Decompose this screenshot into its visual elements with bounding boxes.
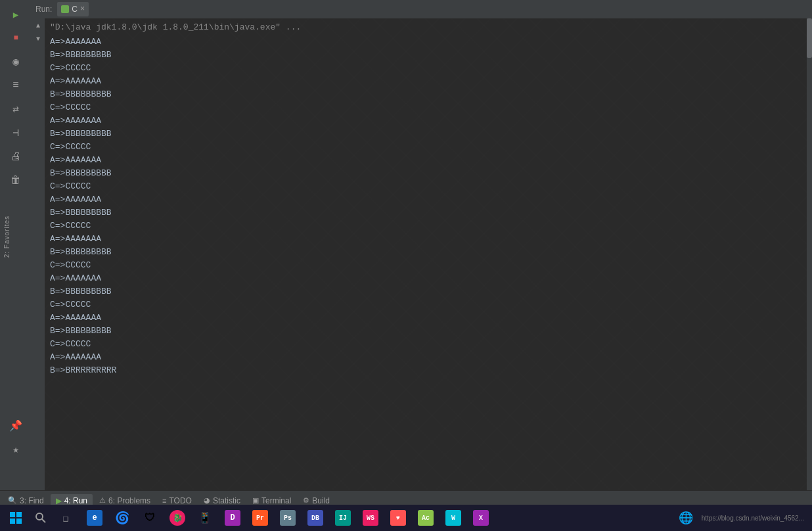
svg-point-0 bbox=[36, 513, 43, 520]
stop-button[interactable]: ■ bbox=[5, 28, 26, 49]
app11-icon: WS bbox=[363, 510, 378, 526]
output-line-1: A=>AAAAAAA bbox=[45, 35, 807, 49]
output-line-5: B=>BBBBBBBBB bbox=[45, 88, 807, 101]
terminal-icon: ▣ bbox=[252, 496, 259, 505]
taskbar-app-2[interactable]: 🌀 bbox=[109, 505, 135, 531]
problems-label: 6: Problems bbox=[108, 496, 150, 505]
play-button[interactable]: ▶ bbox=[5, 4, 26, 25]
taskbar-app-13[interactable]: Ac bbox=[413, 505, 439, 531]
scroll-up-btn[interactable]: ▲ bbox=[32, 20, 44, 32]
taskbar-app-6[interactable]: D bbox=[219, 505, 246, 531]
console-scrollbar[interactable] bbox=[807, 18, 812, 490]
task-view-button[interactable]: ❑ bbox=[53, 505, 79, 531]
output-line-19: A=>AAAAAAA bbox=[45, 272, 807, 285]
list-button[interactable]: ≡ bbox=[5, 75, 26, 96]
windows-logo bbox=[10, 512, 22, 524]
taskbar-apps: e 🌀 🛡 🐉 📱 D bbox=[79, 505, 667, 531]
taskbar-app-5[interactable]: 📱 bbox=[192, 505, 218, 531]
console-gutter: ▲ ▼ bbox=[32, 18, 45, 490]
output-line-9: C=>CCCCC bbox=[45, 141, 807, 154]
chrome-button[interactable]: 🌐 bbox=[673, 505, 699, 531]
output-line-15: C=>CCCCC bbox=[45, 219, 807, 233]
taskbar-app-12[interactable]: ♥ bbox=[385, 505, 411, 531]
app12-icon: ♥ bbox=[390, 510, 406, 526]
output-line-14: B=>BBBBBBBBB bbox=[45, 206, 807, 219]
find-icon: 🔍 bbox=[8, 496, 17, 505]
app5-icon: 📱 bbox=[197, 510, 213, 526]
app2-icon: 🌀 bbox=[114, 510, 130, 526]
todo-icon: ≡ bbox=[162, 497, 166, 505]
chrome-icon: 🌐 bbox=[678, 510, 694, 526]
console-area: ▲ ▼ "D:\java jdk1.8.0\jdk 1.8.0_211\bin\… bbox=[32, 18, 812, 490]
app14-icon: W bbox=[445, 510, 461, 526]
taskbar: ❑ e 🌀 🛡 🐉 📱 bbox=[0, 505, 812, 531]
pin-button[interactable]: 📌 bbox=[5, 415, 26, 436]
taskbar-app-10[interactable]: IJ bbox=[330, 505, 356, 531]
taskbar-app-8[interactable]: Ps bbox=[275, 505, 301, 531]
output-line-16: A=>AAAAAAA bbox=[45, 233, 807, 246]
taskbar-right: 🌐 https://blog.csdn.net/weixin_4562... bbox=[667, 505, 809, 531]
scroll-down-btn[interactable]: ▼ bbox=[32, 33, 44, 45]
output-line-25: A=>AAAAAAA bbox=[45, 351, 807, 364]
app9-icon: DB bbox=[307, 510, 323, 526]
build-label: Build bbox=[312, 496, 330, 505]
taskbar-app-7[interactable]: Pr bbox=[247, 505, 273, 531]
ie-icon: e bbox=[87, 510, 102, 526]
start-button[interactable] bbox=[3, 505, 29, 531]
output-line-10: A=>AAAAAAA bbox=[45, 154, 807, 167]
output-line-17: B=>BBBBBBBBB bbox=[45, 246, 807, 259]
delete-button[interactable]: 🗑 bbox=[5, 170, 26, 191]
camera-button[interactable]: ◉ bbox=[5, 51, 26, 72]
run-toolbar: Run: C × bbox=[32, 0, 812, 18]
app7-icon: Pr bbox=[252, 510, 268, 526]
console-scrollbar-thumb[interactable] bbox=[807, 18, 812, 58]
output-line-8: B=>BBBBBBBBB bbox=[45, 127, 807, 141]
output-line-11: B=>BBBBBBBBB bbox=[45, 167, 807, 180]
build-icon: ⚙ bbox=[303, 496, 309, 505]
output-line-26: B=>BRRRRRRRRR bbox=[45, 364, 807, 377]
tab-icon bbox=[61, 5, 69, 13]
statistic-icon: ◕ bbox=[204, 496, 210, 505]
favorites-label: 2: Favorites bbox=[3, 216, 11, 258]
run-tab-label: 4: Run bbox=[64, 496, 87, 505]
taskbar-app-9[interactable]: DB bbox=[302, 505, 328, 531]
app15-icon: X bbox=[473, 510, 489, 526]
output-line-23: B=>BBBBBBBBB bbox=[45, 325, 807, 338]
problems-icon: ⚠ bbox=[99, 496, 106, 505]
app13-icon: Ac bbox=[418, 510, 434, 526]
print-button[interactable]: 🖨 bbox=[5, 146, 26, 167]
output-line-21: C=>CCCCC bbox=[45, 298, 807, 312]
output-line-18: C=>CCCCC bbox=[45, 259, 807, 272]
output-line-12: C=>CCCCC bbox=[45, 180, 807, 193]
output-line-24: C=>CCCCC bbox=[45, 338, 807, 351]
output-line-7: A=>AAAAAAA bbox=[45, 114, 807, 127]
taskbar-app-14[interactable]: W bbox=[440, 505, 466, 531]
taskbar-app-3[interactable]: 🛡 bbox=[137, 505, 163, 531]
terminal-label: Terminal bbox=[261, 496, 291, 505]
taskbar-app-ie[interactable]: e bbox=[81, 505, 108, 531]
star-button[interactable]: ★ bbox=[5, 439, 26, 460]
todo-label: TODO bbox=[169, 496, 192, 505]
app4-icon: 🐉 bbox=[169, 510, 185, 526]
taskbar-search-button[interactable] bbox=[29, 506, 53, 530]
output-line-22: A=>AAAAAAA bbox=[45, 312, 807, 325]
switch-button[interactable]: ⇄ bbox=[5, 99, 26, 120]
app8-icon: Ps bbox=[280, 510, 296, 526]
app6-icon: D bbox=[225, 510, 240, 526]
task-view-icon: ❑ bbox=[63, 513, 68, 524]
svg-line-1 bbox=[42, 519, 45, 522]
app3-icon: 🛡 bbox=[142, 510, 158, 526]
command-line: "D:\java jdk1.8.0\jdk 1.8.0_211\bin\java… bbox=[45, 21, 807, 34]
output-line-6: C=>CCCCC bbox=[45, 101, 807, 114]
taskbar-app-4[interactable]: 🐉 bbox=[164, 505, 191, 531]
console-output: "D:\java jdk1.8.0\jdk 1.8.0_211\bin\java… bbox=[45, 18, 807, 490]
run-tab-icon: ▶ bbox=[56, 496, 62, 505]
output-line-3: C=>CCCCC bbox=[45, 62, 807, 75]
output-line-4: A=>AAAAAAA bbox=[45, 75, 807, 88]
tab-close-btn[interactable]: × bbox=[80, 5, 85, 14]
exit-button[interactable]: ⊣ bbox=[5, 122, 26, 143]
output-line-20: B=>BBBBBBBBB bbox=[45, 285, 807, 298]
taskbar-app-15[interactable]: X bbox=[468, 505, 494, 531]
statistic-label: Statistic bbox=[213, 496, 240, 505]
taskbar-app-11[interactable]: WS bbox=[357, 505, 384, 531]
